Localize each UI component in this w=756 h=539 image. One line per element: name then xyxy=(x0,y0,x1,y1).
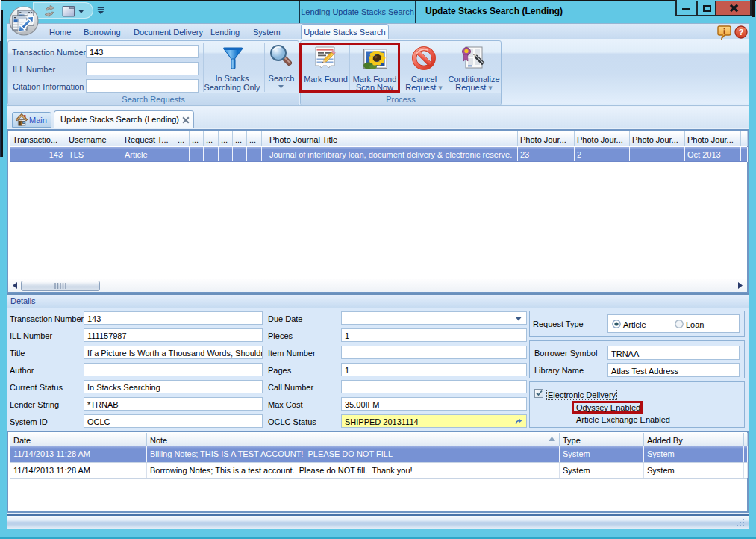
svg-text:?: ? xyxy=(739,28,744,37)
